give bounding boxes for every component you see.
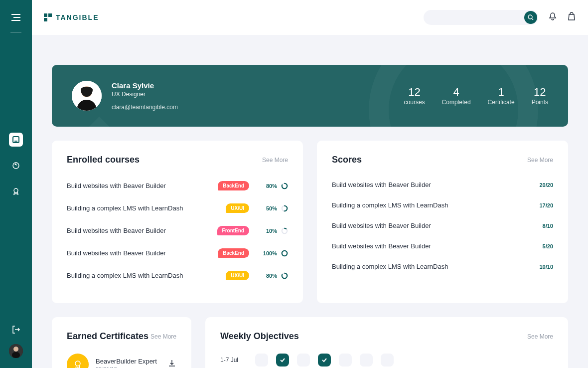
logo-text: TANGIBLE (56, 13, 99, 21)
score-title: Building a complex LMS with LearnDash (332, 201, 539, 209)
progress-ring-icon (281, 183, 288, 189)
course-title: Building a complex LMS with LearnDash (67, 204, 226, 212)
stat-value: 1 (488, 86, 515, 99)
stat-value: 12 (532, 86, 548, 99)
day-empty[interactable] (381, 354, 394, 367)
day-empty[interactable] (360, 354, 373, 367)
score-value: 10/10 (539, 264, 553, 270)
day-done[interactable] (318, 354, 331, 367)
course-pct: 50% (260, 205, 277, 211)
course-tag: FrontEnd (217, 226, 249, 235)
course-tag: UX/UI (226, 203, 249, 213)
course-row[interactable]: Building a complex LMS with LearnDashUX/… (67, 267, 288, 284)
notification-icon[interactable] (548, 12, 557, 23)
course-row[interactable]: Build websites with Beaver BuilderFrontE… (67, 222, 288, 239)
week-row: 1-7 Jul (220, 354, 553, 367)
sidebar (0, 0, 32, 368)
score-row[interactable]: Build websites with Beaver Builder8/10 (332, 218, 553, 233)
course-row[interactable]: Build websites with Beaver BuilderBackEn… (67, 177, 288, 194)
progress-ring-icon (281, 250, 288, 257)
progress-ring-icon (281, 227, 288, 234)
enrolled-see-more[interactable]: See More (262, 157, 288, 164)
profile-stat: 1Certificate (488, 86, 515, 106)
score-title: Build websites with Beaver Builder (332, 242, 543, 250)
scores-title: Scores (332, 155, 362, 165)
search-button[interactable] (524, 11, 537, 24)
certificates-card: Earned Certificates See More BeaverBuild… (52, 317, 191, 368)
score-value: 8/10 (543, 223, 553, 229)
score-row[interactable]: Building a complex LMS with LearnDash17/… (332, 197, 553, 213)
day-empty[interactable] (297, 354, 310, 367)
score-value: 5/20 (543, 243, 553, 249)
svg-point-24 (75, 361, 80, 366)
course-title: Build websites with Beaver Builder (67, 182, 218, 189)
progress-ring-icon (281, 205, 288, 212)
profile-avatar (72, 81, 102, 111)
score-row[interactable]: Build websites with Beaver Builder20/20 (332, 177, 553, 192)
logo[interactable]: TANGIBLE (44, 13, 99, 21)
enrolled-courses-card: Enrolled courses See More Build websites… (52, 141, 303, 303)
score-value: 20/20 (539, 182, 553, 188)
profile-name: Clara Sylvie (112, 81, 178, 90)
course-row[interactable]: Build websites with Beaver BuilderBackEn… (67, 244, 288, 262)
course-pct: 10% (260, 228, 277, 234)
score-title: Build websites with Beaver Builder (332, 181, 539, 188)
logo-mark-icon (44, 13, 52, 21)
svg-point-10 (528, 15, 532, 19)
svg-rect-0 (13, 137, 19, 143)
progress-ring-icon (281, 272, 288, 279)
scores-see-more[interactable]: See More (527, 157, 553, 164)
day-done[interactable] (276, 354, 289, 367)
svg-point-3 (14, 188, 18, 192)
nav-item-explore[interactable] (9, 159, 23, 173)
course-tag: BackEnd (218, 248, 249, 258)
svg-rect-8 (48, 13, 52, 17)
score-row[interactable]: Building a complex LMS with LearnDash10/… (332, 259, 553, 274)
course-row[interactable]: Building a complex LMS with LearnDashUX/… (67, 199, 288, 217)
profile-role: UX Designer (112, 91, 178, 98)
stat-label: courses (404, 99, 425, 106)
svg-point-5 (13, 347, 18, 352)
objectives-see-more[interactable]: See More (527, 333, 553, 340)
course-title: Build websites with Beaver Builder (67, 227, 217, 234)
cert-row: BeaverBuilder Expert06/21/19 (67, 354, 176, 368)
score-title: Building a complex LMS with LearnDash (332, 263, 539, 270)
course-pct: 100% (260, 250, 277, 256)
user-avatar-mini[interactable] (9, 344, 23, 358)
cert-title: BeaverBuilder Expert (96, 358, 157, 365)
profile-email: clara@teamtangible.com (112, 104, 178, 111)
certificates-see-more[interactable]: See More (150, 333, 176, 340)
profile-stat: 12Points (532, 86, 548, 106)
bag-icon[interactable] (567, 12, 576, 23)
course-title: Building a complex LMS with LearnDash (67, 272, 226, 279)
day-empty[interactable] (255, 354, 268, 367)
course-tag: BackEnd (218, 181, 249, 190)
svg-rect-6 (12, 352, 20, 358)
logout-icon[interactable] (11, 325, 20, 336)
certificates-title: Earned Certificates (67, 331, 148, 342)
search-input[interactable] (424, 10, 538, 25)
svg-point-21 (282, 250, 288, 256)
menu-icon[interactable] (11, 14, 20, 23)
score-row[interactable]: Build websites with Beaver Builder5/20 (332, 238, 553, 254)
stat-label: Completed (442, 99, 471, 106)
download-icon[interactable] (167, 359, 176, 368)
svg-rect-7 (44, 13, 47, 17)
enrolled-title: Enrolled courses (67, 155, 140, 165)
day-empty[interactable] (339, 354, 352, 367)
objectives-card: Weekly Objectives See More 1-7 Jul (205, 317, 568, 368)
scores-card: Scores See More Build websites with Beav… (317, 141, 568, 303)
stat-value: 4 (442, 86, 471, 99)
sidebar-divider (10, 32, 21, 33)
week-label: 1-7 Jul (220, 357, 247, 364)
nav-item-awards[interactable] (9, 184, 23, 198)
profile-card: Clara Sylvie UX Designer clara@teamtangi… (52, 65, 568, 127)
nav-item-courses[interactable] (9, 133, 23, 147)
score-title: Build websites with Beaver Builder (332, 222, 543, 229)
stat-label: Certificate (488, 99, 515, 106)
score-value: 17/20 (539, 202, 553, 208)
topbar: TANGIBLE (32, 0, 588, 35)
course-tag: UX/UI (226, 271, 249, 280)
svg-rect-9 (44, 18, 47, 21)
objectives-title: Weekly Objectives (220, 331, 299, 342)
